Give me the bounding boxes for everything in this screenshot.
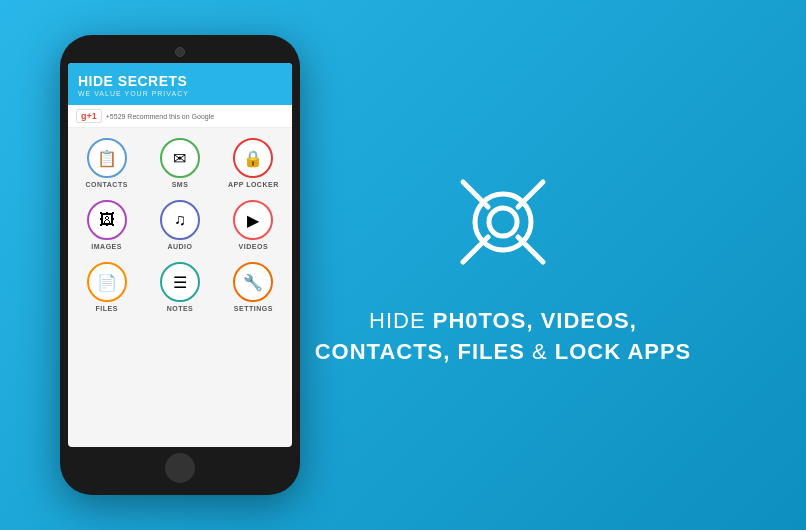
svg-point-1 (489, 208, 517, 236)
app-icon-contacts: 📋 (87, 138, 127, 178)
tagline-hide: HIDE (369, 308, 433, 333)
app-label-applock: APP LOCKER (228, 181, 279, 188)
tagline-lock: LOCK APPS (555, 339, 692, 364)
app-title: HIDE SECRETS (78, 73, 282, 89)
phone-screen: HIDE SECRETS WE VALUE YOUR PRIVACY g+1 +… (68, 63, 292, 447)
google-bar: g+1 +5529 Recommend this on Google (68, 105, 292, 128)
app-item-applock[interactable]: 🔒APP LOCKER (219, 134, 288, 192)
app-item-images[interactable]: 🖼IMAGES (72, 196, 141, 254)
phone-camera (175, 47, 185, 57)
tagline: HIDE PH0TOS, VIDEOS, CONTACTS, FILES & L… (315, 306, 692, 368)
svg-line-4 (463, 237, 488, 262)
tagline-and: & (525, 339, 555, 364)
phone-home-button[interactable] (165, 453, 195, 483)
google-recommend-text: +5529 Recommend this on Google (106, 113, 214, 120)
svg-line-3 (518, 182, 543, 207)
app-item-sms[interactable]: ✉SMS (145, 134, 214, 192)
google-plus-button[interactable]: g+1 (76, 109, 102, 123)
app-item-files[interactable]: 📄FILES (72, 258, 141, 316)
app-icon-audio: ♫ (160, 200, 200, 240)
app-label-images: IMAGES (91, 243, 122, 250)
svg-line-5 (518, 237, 543, 262)
tagline-line2: CONTACTS, FILES & LOCK APPS (315, 337, 692, 368)
app-item-videos[interactable]: ▶VIDEOS (219, 196, 288, 254)
app-label-notes: NOTES (167, 305, 194, 312)
tagline-contacts: CONTACTS, FILES (315, 339, 525, 364)
tagline-photos: PH0TOS, VIDEOS, (433, 308, 637, 333)
app-icon-images: 🖼 (87, 200, 127, 240)
phone-mockup: HIDE SECRETS WE VALUE YOUR PRIVACY g+1 +… (60, 35, 300, 495)
google-plus-icon: g+1 (81, 111, 97, 121)
app-label-sms: SMS (172, 181, 189, 188)
app-label-settings: SETTINGS (234, 305, 273, 312)
app-label-videos: VIDEOS (239, 243, 268, 250)
app-label-audio: AUDIO (167, 243, 192, 250)
right-content: HIDE PH0TOS, VIDEOS, CONTACTS, FILES & L… (240, 162, 806, 368)
phone-frame: HIDE SECRETS WE VALUE YOUR PRIVACY g+1 +… (60, 35, 300, 495)
app-item-audio[interactable]: ♫AUDIO (145, 196, 214, 254)
app-item-notes[interactable]: ☰NOTES (145, 258, 214, 316)
app-label-contacts: CONTACTS (85, 181, 127, 188)
app-icon-settings: 🔧 (233, 262, 273, 302)
lock-crosshair-icon (453, 172, 553, 272)
app-icon-notes: ☰ (160, 262, 200, 302)
app-grid: 📋CONTACTS✉SMS🔒APP LOCKER🖼IMAGES♫AUDIO▶VI… (68, 128, 292, 447)
main-icon (443, 162, 563, 282)
app-item-contacts[interactable]: 📋CONTACTS (72, 134, 141, 192)
app-icon-videos: ▶ (233, 200, 273, 240)
app-header: HIDE SECRETS WE VALUE YOUR PRIVACY (68, 63, 292, 105)
app-subtitle: WE VALUE YOUR PRIVACY (78, 90, 282, 97)
app-icon-applock: 🔒 (233, 138, 273, 178)
app-icon-sms: ✉ (160, 138, 200, 178)
svg-line-2 (463, 182, 488, 207)
app-label-files: FILES (95, 305, 117, 312)
app-icon-files: 📄 (87, 262, 127, 302)
app-item-settings[interactable]: 🔧SETTINGS (219, 258, 288, 316)
tagline-line1: HIDE PH0TOS, VIDEOS, (315, 306, 692, 337)
